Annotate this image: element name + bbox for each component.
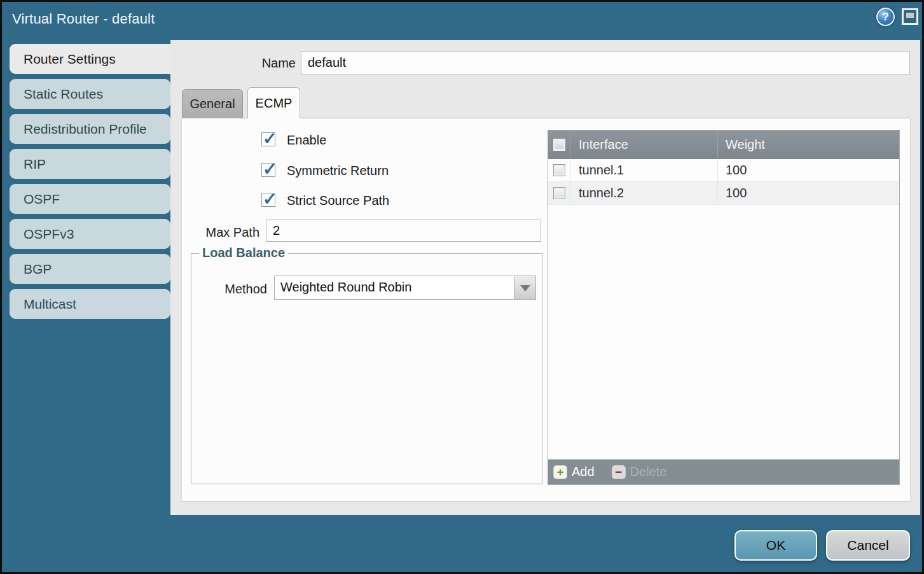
- method-dropdown-button[interactable]: [514, 276, 535, 299]
- interface-weight-table: Interface Weight tunnel.1 100 tunnel.2 1…: [548, 130, 900, 485]
- ok-button[interactable]: OK: [734, 530, 817, 561]
- load-balance-fieldset: Load Balance Method Weighted Round Robin: [191, 253, 542, 484]
- content-panel: Name General ECMP Enable Symmetric Retur…: [170, 40, 920, 515]
- method-dropdown-value: Weighted Round Robin: [280, 280, 411, 295]
- table-row[interactable]: tunnel.1 100: [548, 159, 899, 182]
- weight-column-header[interactable]: Weight: [717, 130, 899, 159]
- sidebar-item-ospf[interactable]: OSPF: [10, 184, 170, 214]
- select-all-checkbox[interactable]: [553, 139, 565, 151]
- add-button-label: Add: [572, 465, 595, 479]
- row-checkbox-cell: [548, 159, 570, 181]
- method-label: Method: [191, 282, 267, 297]
- delete-button-label: Delete: [630, 465, 667, 479]
- max-path-label: Max Path: [182, 225, 259, 240]
- symmetric-return-label: Symmetric Return: [287, 163, 389, 178]
- delete-minus-icon: −: [612, 465, 626, 479]
- weight-cell: 100: [717, 159, 899, 181]
- method-dropdown[interactable]: Weighted Round Robin: [274, 276, 536, 300]
- max-path-input[interactable]: [266, 220, 541, 242]
- tab-general[interactable]: General: [182, 89, 243, 118]
- table-header: Interface Weight: [548, 130, 899, 159]
- row-checkbox[interactable]: [553, 164, 565, 176]
- weight-cell: 100: [717, 182, 899, 204]
- sidebar-item-router-settings[interactable]: Router Settings: [10, 44, 172, 74]
- strict-source-path-checkbox[interactable]: [261, 193, 275, 207]
- load-balance-legend: Load Balance: [199, 246, 288, 260]
- interface-cell: tunnel.1: [570, 159, 717, 181]
- sidebar-item-bgp[interactable]: BGP: [10, 254, 170, 284]
- add-button[interactable]: + Add: [553, 465, 595, 479]
- ecmp-tab-page: Enable Symmetric Return Strict Source Pa…: [182, 118, 910, 501]
- help-icon[interactable]: ?: [876, 8, 895, 26]
- sidebar-item-ospfv3[interactable]: OSPFv3: [10, 219, 170, 249]
- interface-column-header[interactable]: Interface: [570, 130, 717, 159]
- name-input[interactable]: [301, 51, 910, 74]
- strict-source-path-label: Strict Source Path: [287, 193, 389, 208]
- tab-ecmp[interactable]: ECMP: [247, 87, 300, 118]
- table-row[interactable]: tunnel.2 100: [548, 182, 899, 205]
- sidebar-nav: Router Settings Static Routes Redistribu…: [10, 44, 170, 324]
- row-checkbox[interactable]: [553, 187, 565, 199]
- enable-checkbox[interactable]: [261, 132, 275, 146]
- table-toolbar: + Add − Delete: [548, 459, 899, 484]
- header-checkbox-cell: [548, 130, 570, 159]
- title-bar: Virtual Router - default ?: [2, 2, 922, 40]
- chevron-down-icon: [520, 285, 530, 291]
- name-label: Name: [196, 56, 296, 71]
- delete-button[interactable]: − Delete: [612, 465, 667, 479]
- sidebar-item-redistribution-profile[interactable]: Redistribution Profile: [10, 114, 170, 144]
- enable-label: Enable: [287, 132, 326, 148]
- window-icon-inner: [906, 13, 914, 18]
- cancel-button[interactable]: Cancel: [826, 530, 910, 561]
- sidebar-item-static-routes[interactable]: Static Routes: [10, 79, 170, 109]
- symmetric-return-checkbox[interactable]: [261, 163, 275, 177]
- sidebar-item-rip[interactable]: RIP: [10, 149, 170, 179]
- sidebar-item-multicast[interactable]: Multicast: [10, 289, 170, 319]
- add-plus-icon: +: [553, 465, 567, 479]
- window-icon[interactable]: [902, 8, 918, 25]
- interface-cell: tunnel.2: [570, 182, 717, 204]
- table-empty-area: [548, 205, 899, 459]
- dialog-title: Virtual Router - default: [12, 11, 155, 27]
- virtual-router-dialog: Virtual Router - default ? Router Settin…: [0, 0, 924, 574]
- row-checkbox-cell: [548, 182, 570, 204]
